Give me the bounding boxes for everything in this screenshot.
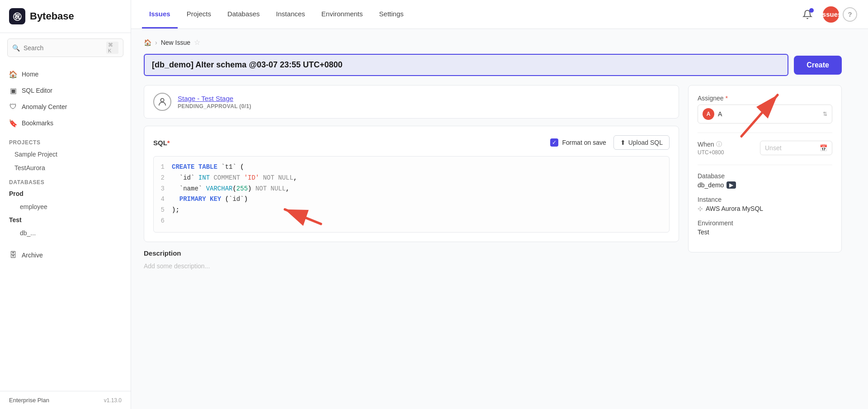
home-icon: 🏠	[9, 70, 17, 78]
sidebar-item-employee[interactable]: employee	[0, 200, 131, 214]
create-button[interactable]: Create	[794, 56, 842, 75]
sidebar-item-test-db[interactable]: db_...	[0, 226, 131, 240]
issue-title-row: Create	[144, 54, 842, 76]
projects-section-header: Projects	[0, 135, 131, 147]
format-on-save-row: ✓ Format on save	[550, 138, 606, 147]
topbar-item-databases[interactable]: Databases	[220, 0, 267, 29]
breadcrumb-home[interactable]: 🏠	[144, 39, 151, 46]
bookmark-icon: 🔖	[9, 119, 17, 127]
when-date-input[interactable]: Unset 📅	[760, 141, 832, 155]
logo-area: ㊗ Bytebase	[0, 0, 131, 33]
assignee-select[interactable]: A A ⇅	[698, 105, 832, 124]
divider-2	[698, 165, 832, 165]
topbar-item-issues[interactable]: Issues	[142, 0, 178, 29]
content-grid: Stage - Test Stage PENDING_APPROVAL (0/1…	[144, 85, 842, 271]
breadcrumb: 🏠 › New Issue ☆	[144, 38, 842, 47]
help-button[interactable]: ?	[843, 7, 857, 22]
breadcrumb-star-button[interactable]: ☆	[194, 38, 200, 47]
code-line-6: 6	[154, 216, 669, 227]
assignee-field: Assignee * A A ⇅	[698, 95, 832, 124]
code-line-4: 4 PRIMARY KEY (`id`)	[154, 194, 669, 205]
left-column: Stage - Test Stage PENDING_APPROVAL (0/1…	[144, 85, 679, 271]
assignee-name: A	[718, 110, 819, 118]
when-info-icon: ⓘ	[716, 140, 722, 148]
plan-label: Enterprise Plan	[9, 397, 49, 404]
db-group-prod[interactable]: Prod	[0, 187, 131, 200]
page-content: 🏠 › New Issue ☆ Create	[131, 29, 868, 409]
databases-section-header: Databases	[0, 175, 131, 187]
sidebar-item-archive-label: Archive	[22, 252, 43, 259]
sql-header: SQL* ✓ Format on save ⬆ Upload SQL	[153, 135, 670, 150]
description-placeholder[interactable]: Add some description...	[144, 261, 679, 271]
breadcrumb-current: New Issue	[161, 39, 190, 46]
code-line-1: 1 CREATE TABLE `t1` (	[154, 162, 669, 173]
topbar-item-environments[interactable]: Environments	[314, 0, 370, 29]
sql-label: SQL*	[153, 139, 170, 147]
sql-editor-icon: ▣	[9, 86, 17, 95]
svg-text:㊗: ㊗	[13, 11, 22, 21]
database-chip[interactable]: ▶	[726, 181, 736, 189]
search-icon: 🔍	[12, 44, 20, 52]
sidebar-item-archive[interactable]: 🗄 Archive	[0, 247, 131, 263]
archive-icon: 🗄	[9, 251, 17, 259]
upload-sql-button[interactable]: ⬆ Upload SQL	[613, 135, 670, 150]
breadcrumb-separator: ›	[155, 39, 157, 46]
sidebar-item-sql-editor[interactable]: ▣ SQL Editor	[0, 82, 131, 99]
main-nav: 🏠 Home ▣ SQL Editor 🛡 Anomaly Center 🔖 B…	[0, 62, 131, 135]
notification-button[interactable]	[799, 6, 816, 23]
upload-icon: ⬆	[620, 139, 626, 146]
sidebar-item-sql-editor-label: SQL Editor	[22, 87, 52, 94]
sidebar-item-anomaly-label: Anomaly Center	[22, 103, 67, 110]
sql-code-editor[interactable]: 1 CREATE TABLE `t1` ( 2 `id` INT COMMENT…	[153, 156, 670, 233]
when-timezone: UTC+0800	[698, 149, 724, 156]
instance-icon: ⊹	[698, 205, 703, 212]
when-placeholder: Unset	[765, 144, 816, 152]
notification-dot	[809, 8, 814, 13]
when-label: When ⓘ	[698, 140, 724, 148]
sidebar-item-bookmarks-label: Bookmarks	[22, 119, 53, 127]
format-on-save-checkbox[interactable]: ✓	[550, 138, 558, 147]
bytebase-logo-icon: ㊗	[9, 8, 25, 24]
user-avatar[interactable]: Issues	[823, 6, 839, 23]
database-value: db_demo ▶	[698, 181, 832, 189]
issue-title-input[interactable]	[144, 54, 788, 76]
topbar-item-projects[interactable]: Projects	[179, 0, 218, 29]
instance-field: Instance ⊹ AWS Aurora MySQL	[698, 196, 832, 212]
description-section: Description Add some description...	[144, 249, 679, 271]
description-label: Description	[144, 249, 679, 257]
database-field: Database db_demo ▶	[698, 172, 832, 189]
app-name: Bytebase	[30, 10, 74, 22]
sidebar-item-sample-project[interactable]: Sample Project	[0, 147, 131, 161]
search-box[interactable]: 🔍 ⌘ K	[7, 38, 123, 57]
calendar-icon: 📅	[820, 144, 827, 152]
sql-required: *	[167, 139, 170, 147]
assignee-label: Assignee *	[698, 95, 832, 102]
topbar-right: Issues	[799, 6, 839, 23]
stage-title[interactable]: Stage - Test Stage	[178, 95, 251, 102]
topbar-item-settings[interactable]: Settings	[372, 0, 411, 29]
sidebar-item-testaurora[interactable]: TestAurora	[0, 161, 131, 175]
main-area: Issues Projects Databases Instances Envi…	[131, 0, 868, 409]
assignee-required: *	[726, 95, 728, 102]
environment-label: Environment	[698, 219, 832, 227]
code-line-5: 5 );	[154, 205, 669, 216]
assignee-avatar: A	[703, 108, 714, 120]
database-label: Database	[698, 172, 832, 180]
shield-icon: 🛡	[9, 103, 17, 111]
code-line-3: 3 `name` VARCHAR(255) NOT NULL,	[154, 184, 669, 195]
topbar-item-instances[interactable]: Instances	[269, 0, 312, 29]
select-arrows-icon: ⇅	[823, 111, 827, 117]
stage-info: Stage - Test Stage PENDING_APPROVAL (0/1…	[178, 95, 251, 109]
environment-value: Test	[698, 228, 832, 236]
search-input[interactable]	[24, 44, 103, 52]
stage-icon	[153, 93, 171, 111]
sidebar-item-anomaly-center[interactable]: 🛡 Anomaly Center	[0, 99, 131, 115]
db-group-test[interactable]: Test	[0, 214, 131, 226]
topbar-nav: Issues Projects Databases Instances Envi…	[142, 0, 411, 29]
instance-label: Instance	[698, 196, 832, 203]
sidebar-item-home-label: Home	[22, 71, 38, 78]
sidebar-item-bookmarks[interactable]: 🔖 Bookmarks	[0, 115, 131, 131]
environment-field: Environment Test	[698, 219, 832, 236]
sidebar-item-home[interactable]: 🏠 Home	[0, 66, 131, 82]
search-shortcut: ⌘ K	[106, 42, 118, 54]
